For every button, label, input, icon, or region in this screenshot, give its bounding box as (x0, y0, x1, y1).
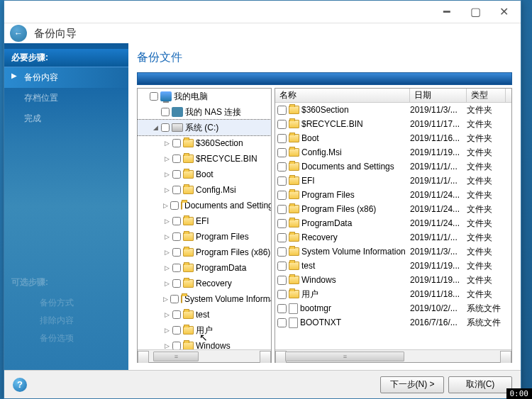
tree-body[interactable]: 我的电脑我的 NAS 连接◢系统 (C:)▷$360Section▷$RECYC… (138, 89, 271, 349)
list-checkbox[interactable] (277, 120, 287, 129)
tree-scroll-h[interactable] (138, 349, 271, 362)
list-row[interactable]: EFI2019/11/1/...文件夹 (275, 174, 511, 188)
col-date[interactable]: 日期 (410, 89, 467, 102)
list-row[interactable]: Documents and Settings2019/11/1/...文件夹 (275, 159, 511, 174)
list-checkbox[interactable] (277, 247, 287, 257)
tree-row[interactable]: ▷Config.Msi (138, 182, 271, 198)
tree-row[interactable]: ▷Program Files (138, 229, 271, 245)
tree-checkbox[interactable] (172, 326, 181, 335)
sidebar-step[interactable]: 备份内容 (4, 67, 128, 88)
tree-checkbox[interactable] (172, 279, 181, 288)
tree-row[interactable]: ▷Documents and Settings (138, 198, 271, 213)
expand-icon[interactable]: ▷ (163, 140, 170, 147)
list-row[interactable]: $RECYCLE.BIN2019/11/17...文件夹 (275, 117, 511, 131)
list-checkbox[interactable] (277, 304, 287, 313)
cancel-button[interactable]: 取消(C) (448, 376, 512, 393)
expand-icon[interactable]: ▷ (163, 202, 168, 209)
list-row[interactable]: $360Section2019/11/3/...文件夹 (275, 103, 511, 117)
close-button[interactable]: ✕ (489, 2, 518, 22)
tree-row[interactable]: ▷$360Section (138, 135, 271, 151)
list-checkbox[interactable] (277, 276, 287, 285)
list-row[interactable]: Windows2019/11/19...文件夹 (275, 273, 511, 287)
list-checkbox[interactable] (277, 233, 287, 242)
tree-row[interactable]: 我的电脑 (138, 89, 271, 104)
tree-row[interactable]: ▷Recovery (138, 276, 271, 291)
tree-checkbox[interactable] (170, 295, 179, 303)
expand-icon[interactable]: ▷ (163, 280, 170, 287)
tree-checkbox[interactable] (172, 154, 181, 163)
list-checkbox[interactable] (277, 176, 287, 186)
tree-row[interactable]: ▷用户 (138, 322, 271, 338)
expand-icon[interactable]: ▷ (163, 311, 170, 318)
expand-icon[interactable]: ▷ (163, 186, 170, 193)
col-name[interactable]: 名称 (275, 89, 410, 102)
sidebar-step[interactable]: 存档位置 (4, 88, 128, 108)
help-icon[interactable]: ? (13, 378, 27, 392)
list-row[interactable]: 用户2019/11/18...文件夹 (275, 287, 511, 301)
list-body[interactable]: $360Section2019/11/3/...文件夹$RECYCLE.BIN2… (275, 103, 511, 349)
expand-icon[interactable]: ▷ (163, 264, 170, 271)
list-checkbox[interactable] (277, 148, 287, 157)
list-checkbox[interactable] (277, 205, 287, 214)
expand-icon[interactable]: ▷ (163, 342, 170, 349)
tree-checkbox[interactable] (172, 232, 181, 241)
tree-checkbox[interactable] (172, 248, 181, 257)
list-checkbox[interactable] (277, 318, 287, 327)
list-row[interactable]: ProgramData2019/11/24...文件夹 (275, 216, 511, 230)
minimize-button[interactable]: ━ (433, 2, 461, 22)
sidebar-step[interactable]: 完成 (4, 108, 128, 129)
tree-row[interactable]: ▷Boot (138, 167, 271, 182)
list-columns[interactable]: 名称 日期 类型 (275, 89, 511, 103)
maximize-button[interactable]: ▢ (461, 2, 489, 22)
expand-icon[interactable]: ▷ (163, 327, 170, 334)
back-button[interactable]: ← (10, 25, 27, 42)
expand-icon[interactable]: ▷ (163, 296, 168, 303)
col-type[interactable]: 类型 (467, 89, 506, 102)
tree-row[interactable]: 我的 NAS 连接 (138, 104, 271, 120)
list-row[interactable]: System Volume Information2019/11/3/...文件… (275, 245, 511, 259)
list-row[interactable]: Config.Msi2019/11/19...文件夹 (275, 145, 511, 159)
list-row[interactable]: Recovery2019/11/1/...文件夹 (275, 230, 511, 245)
expand-icon[interactable]: ▷ (163, 233, 170, 240)
tree-checkbox[interactable] (170, 201, 179, 210)
list-checkbox[interactable] (277, 106, 287, 115)
tree-checkbox[interactable] (172, 186, 181, 194)
list-row[interactable]: Program Files (x86)2019/11/24...文件夹 (275, 202, 511, 216)
tree-checkbox[interactable] (150, 92, 158, 101)
expand-icon[interactable]: ▷ (163, 218, 170, 225)
list-row[interactable]: Boot2019/11/16...文件夹 (275, 131, 511, 145)
tree-checkbox[interactable] (172, 342, 181, 349)
list-row[interactable]: Program Files2019/11/24...文件夹 (275, 188, 511, 202)
tree-row[interactable]: ▷Program Files (x86) (138, 245, 271, 260)
tree-checkbox[interactable] (161, 123, 170, 132)
list-checkbox[interactable] (277, 290, 287, 299)
list-row[interactable]: BOOTNXT2016/7/16/...系统文件 (275, 315, 511, 330)
tree-row[interactable]: ▷EFI (138, 213, 271, 229)
tree-checkbox[interactable] (172, 217, 181, 225)
tree-checkbox[interactable] (172, 264, 181, 272)
list-scroll-h[interactable] (275, 349, 511, 362)
tree-row[interactable]: ▷ProgramData (138, 260, 271, 276)
tree-row[interactable]: ◢系统 (C:) (138, 120, 271, 135)
list-checkbox[interactable] (277, 162, 287, 172)
list-row[interactable]: bootmgr2019/10/2/...系统文件 (275, 301, 511, 315)
file-name: EFI (301, 176, 315, 186)
tree-checkbox[interactable] (172, 310, 181, 319)
tree-row[interactable]: ▷Windows (138, 338, 271, 349)
list-checkbox[interactable] (277, 134, 287, 143)
tree-row[interactable]: ▷test (138, 307, 271, 322)
list-checkbox[interactable] (277, 219, 287, 228)
tree-checkbox[interactable] (172, 139, 181, 147)
list-checkbox[interactable] (277, 191, 287, 200)
expand-icon[interactable]: ▷ (163, 249, 170, 256)
expand-icon[interactable]: ◢ (152, 124, 159, 131)
tree-row[interactable]: ▷System Volume Information (138, 291, 271, 307)
expand-icon[interactable]: ▷ (163, 155, 170, 162)
tree-checkbox[interactable] (172, 170, 181, 179)
list-checkbox[interactable] (277, 262, 287, 271)
next-button[interactable]: 下一步(N) > (380, 376, 444, 393)
tree-checkbox[interactable] (161, 108, 170, 116)
tree-row[interactable]: ▷$RECYCLE.BIN (138, 151, 271, 167)
list-row[interactable]: test2019/11/19...文件夹 (275, 259, 511, 273)
expand-icon[interactable]: ▷ (163, 171, 170, 178)
